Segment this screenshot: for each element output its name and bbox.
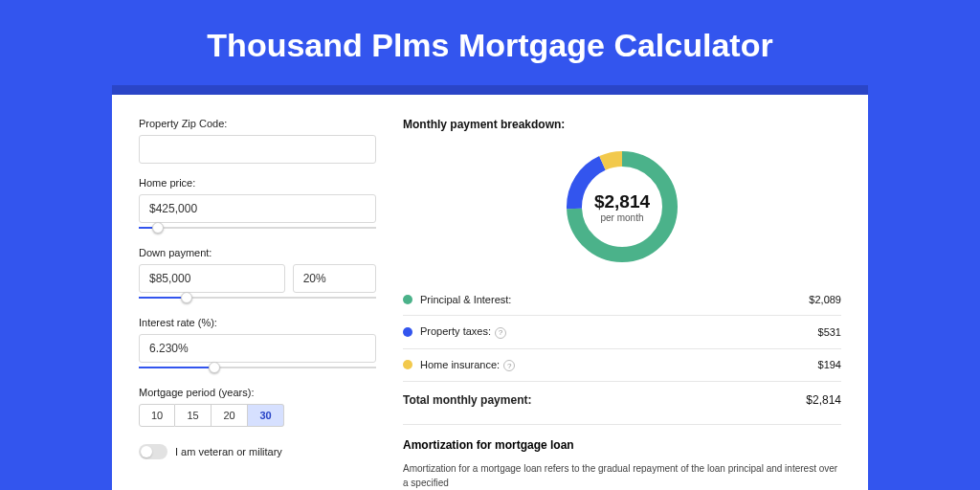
donut-chart: $2,814 per month [403, 145, 841, 269]
zip-group: Property Zip Code: [139, 118, 376, 164]
legend-row: Principal & Interest:$2,089 [403, 286, 841, 313]
home-price-label: Home price: [139, 177, 376, 189]
home-price-input[interactable] [139, 194, 376, 223]
legend: Principal & Interest:$2,089Property taxe… [403, 286, 841, 379]
legend-dot-icon [403, 327, 412, 337]
zip-label: Property Zip Code: [139, 118, 376, 129]
legend-row: Property taxes:?$531 [403, 318, 841, 346]
veteran-row: I am veteran or military [139, 444, 376, 459]
divider [403, 348, 841, 349]
legend-label: Home insurance:? [420, 359, 818, 372]
legend-value: $531 [818, 326, 841, 338]
legend-dot-icon [403, 360, 412, 369]
calculator-card: Property Zip Code: Home price: Down paym… [112, 85, 868, 490]
donut-center-sub: per month [600, 212, 643, 223]
home-price-group: Home price: [139, 177, 376, 234]
breakdown-title: Monthly payment breakdown: [403, 118, 841, 131]
veteran-label: I am veteran or military [175, 446, 282, 457]
page-title: Thousand Plms Mortgage Calculator [0, 0, 980, 85]
zip-input[interactable] [139, 135, 376, 164]
down-payment-slider[interactable] [139, 292, 376, 303]
interest-label: Interest rate (%): [139, 317, 376, 328]
divider [403, 381, 841, 382]
down-payment-input[interactable] [139, 264, 285, 293]
home-price-slider[interactable] [139, 222, 376, 234]
period-button-15[interactable]: 15 [175, 404, 212, 427]
donut-center-value: $2,814 [594, 191, 650, 212]
period-group: Mortgage period (years): 10152030 [139, 387, 376, 427]
total-row: Total monthly payment: $2,814 [403, 384, 841, 416]
period-button-10[interactable]: 10 [139, 404, 175, 427]
legend-row: Home insurance:?$194 [403, 351, 841, 380]
breakdown-panel: Monthly payment breakdown: $2,814 per mo… [403, 118, 841, 490]
amortization-text: Amortization for a mortgage loan refers … [403, 461, 841, 490]
interest-slider[interactable] [139, 362, 376, 373]
period-buttons: 10152030 [139, 404, 376, 427]
amortization-title: Amortization for mortgage loan [403, 438, 841, 452]
total-value: $2,814 [806, 393, 841, 407]
down-payment-pct-input[interactable] [293, 264, 376, 293]
help-icon[interactable]: ? [495, 327, 506, 339]
form-panel: Property Zip Code: Home price: Down paym… [139, 118, 376, 490]
total-label: Total monthly payment: [403, 393, 806, 407]
veteran-toggle[interactable] [139, 444, 167, 459]
interest-group: Interest rate (%): [139, 317, 376, 373]
legend-dot-icon [403, 295, 412, 304]
legend-label: Principal & Interest: [420, 294, 809, 305]
period-button-30[interactable]: 30 [248, 404, 284, 427]
divider [403, 315, 841, 316]
legend-value: $2,089 [809, 294, 841, 305]
interest-input[interactable] [139, 334, 376, 363]
amortization-section: Amortization for mortgage loan Amortizat… [403, 424, 841, 490]
period-label: Mortgage period (years): [139, 387, 376, 398]
help-icon[interactable]: ? [503, 360, 515, 371]
period-button-20[interactable]: 20 [212, 404, 248, 427]
legend-label: Property taxes:? [420, 325, 818, 339]
down-payment-group: Down payment: [139, 247, 376, 303]
down-payment-label: Down payment: [139, 247, 376, 258]
legend-value: $194 [818, 359, 841, 370]
